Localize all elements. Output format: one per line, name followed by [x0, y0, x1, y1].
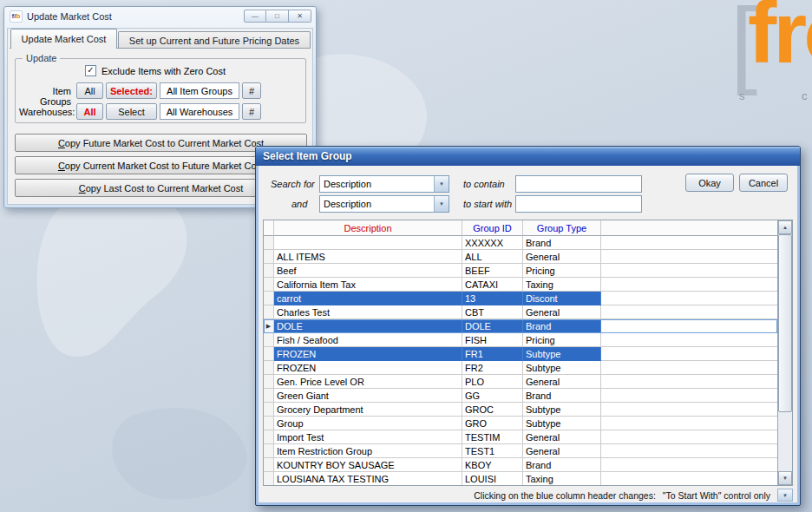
group-id-cell: XXXXXX	[462, 236, 523, 250]
description-cell: Import Test	[274, 430, 462, 444]
table-row[interactable]: Green GiantGGBrand	[264, 389, 777, 403]
table-row[interactable]: California Item TaxCATAXITaxing	[264, 278, 777, 292]
scroll-up-button[interactable]: ▲	[778, 220, 792, 234]
to-contain-input[interactable]	[515, 175, 642, 193]
footer-dropdown-button[interactable]: ▼	[777, 489, 793, 502]
chevron-down-icon[interactable]: ▼	[434, 176, 449, 192]
description-cell: Charles Test	[274, 305, 462, 319]
table-row[interactable]: Charles TestCBTGeneral	[264, 305, 777, 319]
group-type-cell: Brand	[523, 319, 601, 333]
row-selector-cell	[264, 375, 274, 389]
item-groups-all-button[interactable]: All	[76, 82, 103, 99]
table-row[interactable]: FROZENFR2Subtype	[264, 361, 777, 375]
filler-cell	[601, 444, 777, 458]
group-id-cell: FR2	[462, 361, 523, 375]
title-bar[interactable]: f/b Update Market Cost — □ ✕	[4, 7, 316, 27]
filler-cell	[601, 472, 777, 485]
item-groups-selected-button[interactable]: Selected:	[106, 82, 157, 99]
warehouses-select-button[interactable]: Select	[106, 103, 157, 120]
warehouses-all-button[interactable]: All	[76, 103, 103, 120]
minimize-button[interactable]: —	[244, 10, 266, 23]
row-selector-cell	[264, 292, 274, 305]
filler-header-cell	[601, 220, 777, 236]
filler-cell	[601, 305, 777, 319]
exclude-zero-cost-label: Exclude Items with Zero Cost	[102, 66, 226, 76]
row-selector-cell	[264, 403, 274, 417]
exclude-zero-cost-checkbox[interactable]: ✓	[85, 65, 96, 76]
group-type-cell: General	[523, 430, 601, 444]
group-type-cell: General	[523, 444, 601, 458]
update-groupbox: Update ✓ Exclude Items with Zero Cost It…	[15, 58, 306, 123]
table-row[interactable]: GroupGROSubtype	[264, 417, 777, 430]
minimize-icon: —	[252, 12, 259, 20]
title-bar[interactable]: Select Item Group	[256, 147, 800, 166]
row-selector-cell	[264, 264, 274, 278]
description-cell: KOUNTRY BOY SAUSAGE	[274, 458, 462, 472]
warehouses-count-button[interactable]: #	[242, 103, 261, 120]
filler-cell	[601, 347, 777, 361]
group-type-cell: Brand	[523, 389, 601, 403]
row-selector-cell	[264, 347, 274, 361]
okay-button[interactable]: Okay	[685, 174, 734, 192]
group-id-cell: FR1	[462, 347, 523, 361]
table-row[interactable]: BeefBEEFPricing	[264, 264, 777, 278]
table-row[interactable]: Grocery DepartmentGROCSubtype	[264, 403, 777, 417]
item-groups-label: Item Groups	[19, 86, 71, 107]
table-row[interactable]: Fish / SeafoodFISHPricing	[264, 333, 777, 347]
row-selector-cell	[264, 472, 274, 485]
group-id-cell: 13	[462, 292, 523, 305]
vertical-scrollbar[interactable]: ▲ ▼	[777, 220, 792, 485]
row-selector-cell	[264, 417, 274, 430]
table-row[interactable]: Item Restriction GroupTEST1General	[264, 444, 777, 458]
tab-pricing-dates[interactable]: Set up Current and Future Pricing Dates	[118, 31, 311, 49]
group-type-cell: General	[523, 250, 601, 264]
group-id-cell: TEST1	[462, 444, 523, 458]
logo-subtext-left: s	[739, 89, 745, 102]
search-field-dropdown[interactable]: Description ▼	[319, 175, 449, 193]
app-icon-b: b	[16, 12, 21, 20]
item-group-table-body: XXXXXXBrandALL ITEMSALLGeneralBeefBEEFPr…	[264, 236, 777, 485]
row-selector-cell	[264, 278, 274, 292]
filler-cell	[601, 430, 777, 444]
filler-cell	[601, 319, 777, 333]
description-cell	[274, 236, 462, 250]
table-row[interactable]: XXXXXXBrand	[264, 236, 777, 250]
and-field-dropdown[interactable]: Description ▼	[319, 195, 449, 213]
footer-combo-value: "To Start With" control only	[663, 490, 770, 501]
cancel-button[interactable]: Cancel	[739, 174, 788, 192]
group-type-cell: General	[523, 305, 601, 319]
maximize-button[interactable]: □	[266, 10, 289, 23]
table-row[interactable]: Gen. Price Level ORPLOGeneral	[264, 375, 777, 389]
filler-cell	[601, 403, 777, 417]
logo-text: fro	[748, 0, 812, 82]
table-row[interactable]: KOUNTRY BOY SAUSAGEKBOYBrand	[264, 458, 777, 472]
scroll-down-button[interactable]: ▼	[778, 471, 792, 485]
filler-cell	[601, 375, 777, 389]
table-row[interactable]: LOUSIANA TAX TESTINGLOUISITaxing	[264, 472, 777, 485]
table-row[interactable]: ▶DOLEDOLEBrand	[264, 319, 777, 333]
group-type-cell: Subtype	[523, 403, 601, 417]
group-id-column-header[interactable]: Group ID	[462, 220, 523, 236]
description-cell: ALL ITEMS	[274, 250, 462, 264]
footer-note: Clicking on the blue column header chang…	[474, 490, 656, 501]
tab-update-market-cost[interactable]: Update Market Cost	[10, 29, 117, 49]
group-type-cell: Taxing	[523, 472, 601, 485]
item-groups-count-button[interactable]: #	[242, 82, 261, 99]
chevron-down-icon[interactable]: ▼	[434, 196, 449, 212]
window-title: Select Item Group	[263, 150, 352, 162]
filler-cell	[601, 236, 777, 250]
close-button[interactable]: ✕	[289, 10, 311, 23]
scrollbar-thumb[interactable]	[778, 234, 792, 412]
table-row[interactable]: ALL ITEMSALLGeneral	[264, 250, 777, 264]
group-id-cell: TESTIM	[462, 430, 523, 444]
table-row[interactable]: Import TestTESTIMGeneral	[264, 430, 777, 444]
table-row[interactable]: carrot13Discont	[264, 292, 777, 305]
description-column-header[interactable]: Description	[274, 220, 462, 236]
warehouses-value: All Warehouses	[160, 103, 239, 120]
row-selector-cell	[264, 458, 274, 472]
to-start-with-input[interactable]	[515, 195, 642, 213]
dropdown-glyph: ▼	[439, 181, 444, 187]
group-type-column-header[interactable]: Group Type	[523, 220, 601, 236]
table-row[interactable]: FROZENFR1Subtype	[264, 347, 777, 361]
description-cell: Gen. Price Level OR	[274, 375, 462, 389]
